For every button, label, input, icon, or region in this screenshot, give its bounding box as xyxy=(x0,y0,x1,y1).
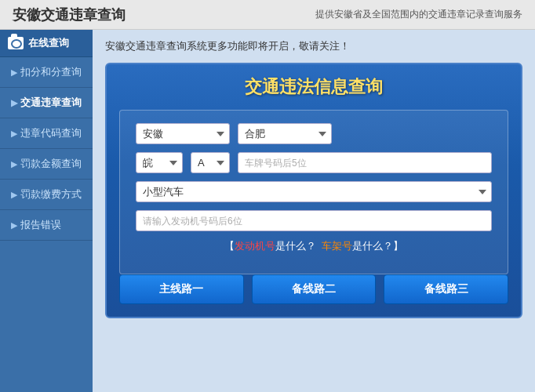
arrow-icon: ▶ xyxy=(11,98,17,108)
sidebar-item-violation-code[interactable]: ▶ 违章代码查询 xyxy=(0,118,93,149)
arrow-icon: ▶ xyxy=(11,67,17,78)
backup-line3-button[interactable]: 备线路三 xyxy=(384,274,508,304)
sidebar-header-label: 在线查询 xyxy=(28,36,69,50)
sidebar-item-deduct-points[interactable]: ▶ 扣分和分查询 xyxy=(0,57,93,88)
header-description: 提供安徽省及全国范围内的交通违章记录查询服务 xyxy=(315,8,522,21)
engine-row xyxy=(136,210,492,231)
main-line-button[interactable]: 主线路一 xyxy=(119,274,244,304)
plate-prefix1-select[interactable]: 皖 京 沪 xyxy=(136,152,183,173)
notice-text: 安徽交通违章查询系统更多功能即将开启，敬请关注！ xyxy=(105,39,522,53)
info-mid1: 是什么？ xyxy=(275,240,322,252)
arrow-icon: ▶ xyxy=(11,190,17,200)
vehicle-type-row: 小型汽车 大型汽车 摩托车 其他 xyxy=(136,181,492,202)
query-box: 交通违法信息查询 安徽 北京 上海 广东 合肥 芜湖 蚌埠 淮南 xyxy=(105,63,522,318)
camera-icon xyxy=(8,37,24,49)
engine-number-input[interactable] xyxy=(136,210,492,231)
plate-prefix2-select[interactable]: A B C D xyxy=(191,152,230,173)
query-title: 交通违法信息查询 xyxy=(119,75,508,99)
sidebar-item-traffic-violation[interactable]: ▶ 交通违章查询 xyxy=(0,88,93,118)
main-content: 安徽交通违章查询系统更多功能即将开启，敬请关注！ 交通违法信息查询 安徽 北京 … xyxy=(93,30,535,392)
sidebar-item-label: 罚款金额查询 xyxy=(20,157,82,171)
app-title: 安徽交通违章查询 xyxy=(13,5,126,24)
plate-row: 皖 京 沪 A B C D xyxy=(136,152,492,173)
sidebar-item-fine-amount[interactable]: ▶ 罚款金额查询 xyxy=(0,149,93,180)
sidebar-item-report-error[interactable]: ▶ 报告错误 xyxy=(0,210,93,241)
sidebar-item-label: 交通违章查询 xyxy=(20,96,82,110)
frame-number-link[interactable]: 车架号 xyxy=(322,240,352,252)
info-bracket-open: 【 xyxy=(224,240,235,252)
sidebar-item-label: 扣分和分查询 xyxy=(20,65,82,79)
info-line: 【发动机号是什么？ 车架号是什么？】 xyxy=(136,239,492,253)
sidebar-item-fine-method[interactable]: ▶ 罚款缴费方式 xyxy=(0,180,93,210)
city-select[interactable]: 合肥 芜湖 蚌埠 淮南 xyxy=(238,123,332,144)
arrow-icon: ▶ xyxy=(11,159,17,169)
plate-number-input[interactable] xyxy=(238,152,492,173)
sidebar-item-label: 罚款缴费方式 xyxy=(20,187,82,201)
sidebar-item-label: 违章代码查询 xyxy=(20,126,82,140)
province-city-row: 安徽 北京 上海 广东 合肥 芜湖 蚌埠 淮南 xyxy=(136,123,492,144)
header: 安徽交通违章查询 提供安徽省及全国范围内的交通违章记录查询服务 xyxy=(0,0,535,30)
sidebar: 在线查询 ▶ 扣分和分查询 ▶ 交通违章查询 ▶ 违章代码查询 ▶ 罚款金额查询… xyxy=(0,30,93,392)
form-box: 安徽 北京 上海 广东 合肥 芜湖 蚌埠 淮南 皖 xyxy=(119,110,508,274)
sidebar-item-label: 报告错误 xyxy=(20,218,61,232)
sidebar-header: 在线查询 xyxy=(0,30,93,57)
arrow-icon: ▶ xyxy=(11,129,17,139)
backup-line2-button[interactable]: 备线路二 xyxy=(252,274,377,304)
province-select[interactable]: 安徽 北京 上海 广东 xyxy=(136,123,230,144)
vehicle-type-select[interactable]: 小型汽车 大型汽车 摩托车 其他 xyxy=(136,181,492,202)
arrow-icon: ▶ xyxy=(11,220,17,230)
engine-number-link[interactable]: 发动机号 xyxy=(235,240,275,252)
button-row: 主线路一 备线路二 备线路三 xyxy=(119,274,508,304)
layout: 在线查询 ▶ 扣分和分查询 ▶ 交通违章查询 ▶ 违章代码查询 ▶ 罚款金额查询… xyxy=(0,30,535,392)
plate-number-wrapper xyxy=(238,152,492,173)
info-mid2: 是什么？】 xyxy=(352,240,403,252)
